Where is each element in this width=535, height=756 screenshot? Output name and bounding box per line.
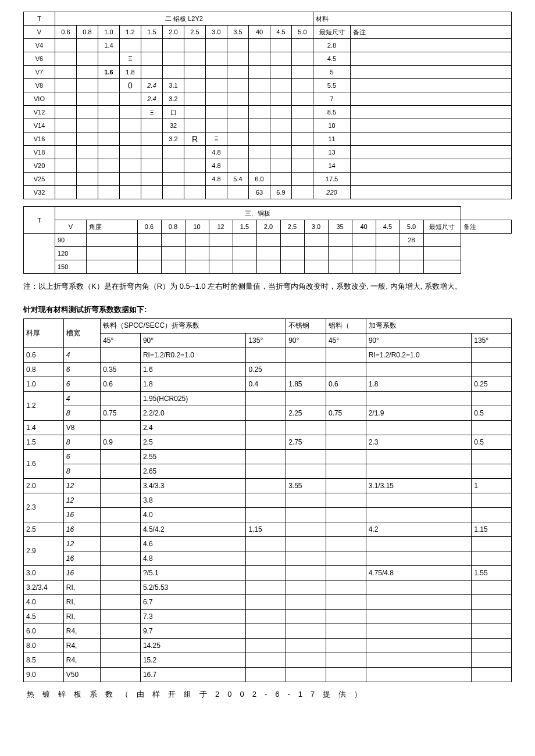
t1-cell [249,106,270,119]
t2-cell [376,247,400,260]
t1-cell [120,39,141,52]
t3-cell [101,594,141,609]
t1-cell [292,66,313,79]
t3-cell [286,667,326,682]
t1-cell [206,52,227,66]
t1-cell: 1.6 [98,66,120,79]
t1-cell [184,119,206,132]
t3-cell [101,638,141,653]
aluminum-table: T 二 铝板 L2Y2 材料 V 0.60.81.01.21.52.02.53.… [23,12,512,199]
t1-cell [206,106,227,119]
t3-cell: 9.7 [140,624,246,638]
t1-cell [184,39,206,52]
t3-cell [246,347,286,362]
t1-cell [55,132,77,146]
t3-cell [472,391,512,406]
t1-cell [184,159,206,173]
t1-cell: 2.4 [141,79,163,92]
t1-min: 5 [313,66,351,79]
t3-cell [246,507,286,522]
t3-cell: RI=1.2/R0.2=1.0 [140,347,246,362]
t1-cell [249,66,270,79]
t3-cell [326,391,366,406]
t3-sub-hdr: 90° [286,333,326,347]
t3-cell [286,464,326,478]
t3-thickness: 0.6 [24,347,64,362]
t1-cell [77,186,98,199]
t1-cell [120,146,141,159]
t3-cell [366,449,472,464]
t3-cell [246,449,286,464]
t3-groove: 16 [63,551,100,565]
t1-cell [120,173,141,186]
t3-cell [101,478,141,493]
t1-cell [120,106,141,119]
t1-cell [55,146,77,159]
t3-thickness: 2.5 [24,522,64,536]
t3-thickness: 6.0 [24,624,64,638]
t1-row-label: V25 [24,173,55,186]
t1-cell: 32 [163,119,184,132]
t2-col-hdr: 40 [352,220,376,234]
t3-cell [246,391,286,406]
t1-col-hdr: 0.8 [77,26,98,39]
t3-cell: 3.1/3.15 [366,478,472,493]
t1-row-label: V4 [24,39,55,52]
t1-cell [184,79,206,92]
t1-cell [270,173,292,186]
t1-cell [141,39,163,52]
t1-cell [292,79,313,92]
t3-cell: 2.55 [140,449,246,464]
t3-thickness: 2.9 [24,536,64,565]
t1-min: 5.5 [313,79,351,92]
t2-title: 三、铜板 [55,207,461,220]
t1-cell [227,92,249,106]
t3-cell: 16.7 [140,667,246,682]
t1-min: 2.8 [313,39,351,52]
t1-cell [77,146,98,159]
t1-col-hdr: 2.5 [184,26,206,39]
t3-thickness: 2.0 [24,478,64,493]
t3-cell [286,362,326,377]
t3-cell [366,653,472,667]
t1-cell [98,186,120,199]
t3-cell [366,420,472,435]
t2-cell [233,247,256,260]
t1-cell [270,146,292,159]
t3-cell [472,580,512,594]
t1-cell [120,119,141,132]
t3-cell [101,449,141,464]
t3-cell [366,624,472,638]
t2-cell [352,234,376,247]
t2-angle: 150 [55,260,87,274]
t1-cell [77,66,98,79]
t1-bz [351,92,512,106]
t1-cell [55,52,77,66]
t1-min: 220 [313,186,351,199]
t3-cell [326,609,366,624]
t3-sub-hdr: 90° [140,333,246,347]
t3-cell: 4.8 [140,551,246,565]
t1-min: 13 [313,146,351,159]
t3-cell [472,551,512,565]
t3-th-hdr: 料厚 [24,318,64,347]
t3-cell [472,493,512,507]
t1-cell [227,52,249,66]
t2-v: V [55,220,87,234]
t1-cell [206,66,227,79]
t1-cell [55,66,77,79]
copper-table: T 三、铜板 V 角度0.60.810121.52.02.53.035404.5… [23,206,512,274]
t3-cell [366,391,472,406]
t1-cell [206,186,227,199]
t1-t-header: T [24,12,55,26]
t2-cell [209,260,233,274]
t3-cell: 2/1.9 [366,406,472,420]
t2-cell [233,260,256,274]
t3-cell: 0.75 [101,406,141,420]
t1-min: 7 [313,92,351,106]
t3-cell [326,493,366,507]
t1-col-hdr: 2.0 [163,26,184,39]
t3-cell [286,522,326,536]
t3-cell: 2.4 [140,420,246,435]
t3-cell [286,609,326,624]
